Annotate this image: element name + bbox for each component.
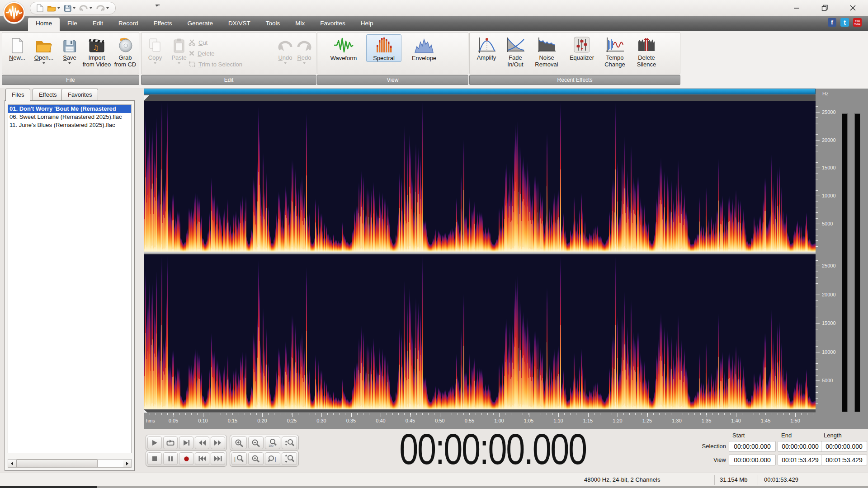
ruler-major-tick [233, 413, 233, 417]
noise-removal-button[interactable]: Noise Removal [530, 34, 563, 68]
stop-button[interactable] [147, 452, 162, 465]
spectral-view-button[interactable]: Spectral [366, 34, 401, 62]
playhead-marker-bottom-icon[interactable] [144, 409, 147, 413]
dropdown-caret-icon[interactable] [90, 7, 92, 9]
tab-edit[interactable]: Edit [85, 16, 111, 31]
quick-redo-button[interactable] [96, 5, 109, 12]
file-list-item[interactable]: 11. June's Blues (Remastered 2025).flac [8, 121, 131, 129]
view-end-field[interactable]: 00:01:53.429 [778, 455, 823, 465]
dropdown-caret-icon[interactable] [106, 7, 109, 9]
new-button[interactable]: New... [5, 34, 29, 61]
tab-favorites[interactable]: Favorites [312, 16, 353, 31]
go-to-start-button[interactable] [195, 452, 209, 465]
level-meter-left [842, 113, 848, 412]
minimize-button[interactable] [788, 2, 806, 14]
button-label: In/Out [507, 61, 523, 68]
marker-strip[interactable] [144, 94, 816, 101]
panel-tab-effects[interactable]: Effects [33, 89, 63, 100]
maximize-button[interactable] [816, 2, 834, 14]
grab-from-cd-button[interactable]: Grab from CD [113, 34, 138, 68]
scroll-right-arrow-icon[interactable] [123, 460, 131, 467]
twitter-icon[interactable]: t [840, 18, 849, 27]
facebook-icon[interactable]: f [828, 18, 836, 27]
view-length-field[interactable]: 00:01:53.429 [821, 455, 867, 465]
panel-tab-favorites[interactable]: Favorites [61, 89, 98, 100]
fade-icon [505, 34, 525, 53]
file-list-item[interactable]: 06. Sweet Lorraine (Remastered 2025).fla… [8, 113, 131, 121]
view-start-field[interactable]: 00:00:00.000 [729, 455, 776, 465]
zoom-selection-end-button[interactable]: ] [265, 452, 280, 465]
quick-open-button[interactable] [47, 5, 60, 12]
tab-record[interactable]: Record [111, 16, 146, 31]
file-list-hscrollbar[interactable] [8, 459, 132, 468]
import-from-video-button[interactable]: ♫ Import from Video [82, 34, 112, 68]
tab-help[interactable]: Help [353, 16, 381, 31]
rewind-button[interactable] [195, 436, 209, 449]
frequency-tick [816, 207, 818, 207]
tab-generate[interactable]: Generate [180, 16, 221, 31]
paste-button[interactable]: Paste [168, 34, 190, 64]
play-to-next-button[interactable] [179, 436, 193, 449]
spectrogram-channel-2[interactable] [144, 254, 816, 409]
save-button[interactable]: Save [59, 34, 80, 64]
delete-button[interactable]: Delete [189, 49, 215, 58]
dropdown-caret-icon[interactable] [73, 7, 75, 9]
zoom-vertical-button[interactable] [282, 436, 297, 449]
tempo-change-button[interactable]: Tempo Change [601, 34, 629, 68]
ruler-major-tick [174, 413, 174, 417]
tab-mix[interactable]: Mix [288, 16, 312, 31]
play-button[interactable] [147, 436, 162, 449]
tab-effects[interactable]: Effects [146, 16, 180, 31]
amplify-button[interactable]: Amplify [472, 34, 500, 61]
fade-in-out-button[interactable]: Fade In/Out [502, 34, 528, 68]
delete-silence-button[interactable]: Delete Silence [631, 34, 662, 68]
scroll-left-arrow-icon[interactable] [8, 460, 16, 467]
zoom-selection-start-button[interactable]: [ [231, 452, 247, 465]
tab-home[interactable]: Home [28, 18, 60, 31]
cut-button[interactable]: Cut [189, 38, 208, 47]
quick-new-button[interactable] [37, 4, 43, 12]
zoom-100-button[interactable]: 100 [265, 436, 280, 449]
scrollbar-thumb[interactable] [16, 460, 98, 467]
selection-start-field[interactable]: 00:00:00.000 [729, 441, 776, 452]
loop-playback-button[interactable] [163, 436, 178, 449]
equalizer-button[interactable]: Equalizer [565, 34, 599, 61]
tab-file[interactable]: File [60, 16, 85, 31]
selection-end-field[interactable]: 00:00:00.000 [778, 441, 823, 452]
customize-quick-access-button[interactable] [156, 4, 162, 11]
zoom-out-button[interactable] [248, 436, 264, 449]
tab-dx-vst[interactable]: DX/VST [221, 16, 258, 31]
panel-tab-files[interactable]: Files [5, 89, 30, 101]
tempo-change-icon [605, 34, 625, 53]
fast-forward-button[interactable] [211, 436, 225, 449]
dropdown-caret-icon[interactable] [57, 7, 60, 9]
button-label: Change [604, 61, 625, 68]
envelope-view-button[interactable]: Envelope [402, 34, 446, 62]
selection-length-field[interactable]: 00:00:00.000 [821, 441, 867, 452]
ruler-time-label: 1:40 [728, 418, 744, 423]
record-button[interactable] [179, 452, 193, 465]
close-button[interactable] [844, 2, 862, 14]
zoom-in-selection-button[interactable] [248, 452, 264, 465]
zoom-in-button[interactable] [231, 436, 247, 449]
open-button[interactable]: Open... [30, 34, 57, 64]
file-list-item[interactable]: 01. Don't Worry 'Bout Me (Remastered [8, 105, 131, 113]
tab-tools[interactable]: Tools [258, 16, 288, 31]
youtube-icon[interactable]: You Tube [853, 18, 862, 27]
waveform-hscrollbar[interactable] [144, 89, 816, 94]
quick-undo-button[interactable] [79, 5, 92, 12]
pause-button[interactable] [163, 452, 178, 465]
redo-button[interactable]: Redo [294, 34, 314, 64]
zoom-vertical-out-button[interactable] [282, 452, 297, 465]
playhead-marker-top-icon[interactable] [144, 95, 149, 101]
waveform-view-button[interactable]: Waveform [322, 34, 365, 62]
frequency-tick [816, 168, 820, 168]
undo-button[interactable]: Undo [274, 34, 296, 64]
quick-save-button[interactable] [64, 5, 75, 12]
go-to-end-button[interactable] [211, 452, 225, 465]
spectrogram-channel-1[interactable] [144, 101, 816, 252]
copy-button[interactable]: Copy [144, 34, 166, 64]
app-logo-button[interactable] [2, 0, 26, 25]
frequency-label: 25000 [822, 109, 836, 115]
trim-to-selection-button[interactable]: Trim to Selection [189, 60, 242, 69]
